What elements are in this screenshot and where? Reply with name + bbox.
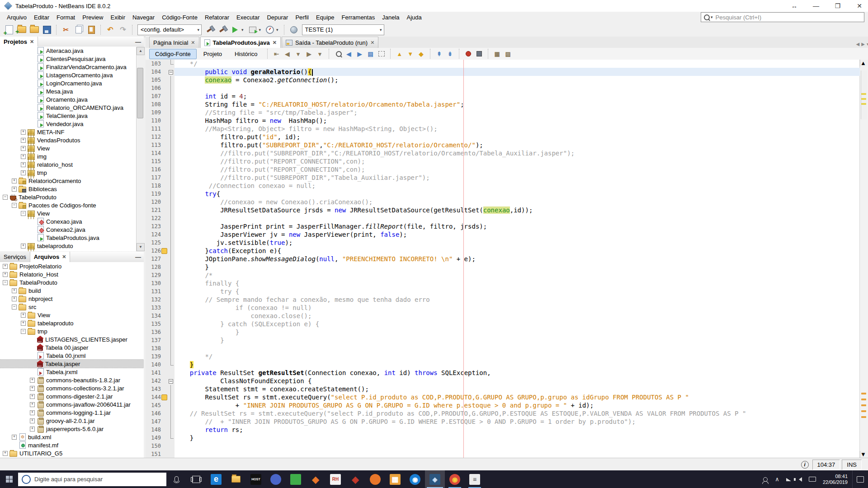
code-line[interactable]: jv.setVisible(true); [175,239,860,247]
code-line[interactable]: //filtro.put("SUBREPORT_DIR","C:/RELATOR… [175,149,860,157]
fold-margin[interactable] [168,336,174,344]
notes-app-icon[interactable]: ≡ [465,470,485,488]
tree-item[interactable]: +View [0,311,144,319]
ruby-app-icon[interactable]: ◆ [345,470,365,488]
gutter-line[interactable]: 131 [146,287,175,296]
tree-expander-icon[interactable]: + [21,313,26,318]
tree-item[interactable]: manifest.mf [0,441,144,449]
green-app-icon[interactable] [286,470,306,488]
tree-expander-icon[interactable]: + [21,146,26,151]
gutter-line[interactable]: 119 [146,190,175,198]
tree-expander-icon[interactable]: + [21,170,26,175]
tree-item[interactable]: −TabelaProduto [0,193,137,201]
tree-item[interactable]: ListagensOrcamento.java [0,71,137,79]
fold-margin[interactable] [168,352,174,361]
tree-item[interactable]: +tabelaproduto [0,242,137,250]
stop-macro-icon[interactable] [474,49,484,58]
gutter-line[interactable]: 125 [146,239,175,247]
start-button[interactable] [0,470,18,488]
redo-icon[interactable]: ↷ [117,24,129,35]
gutter-line[interactable]: 128 [146,263,175,271]
minimize-panel-button[interactable]: — [135,253,141,260]
gutter-line[interactable]: 148 [146,426,175,434]
deploy-icon[interactable] [288,24,300,35]
fold-margin[interactable] [168,117,174,125]
fold-margin[interactable] [168,401,174,409]
gutter-line[interactable]: 145 [146,401,175,409]
scrollbar-thumb[interactable] [137,68,143,118]
tree-item[interactable]: +build [0,286,144,295]
tree-expander-icon[interactable]: − [12,203,17,208]
fold-margin[interactable] [168,125,174,133]
editor-hint-icon[interactable] [161,394,167,400]
gutter-line[interactable]: 141 [146,369,175,377]
tree-item[interactable]: Relatorio_ORCAMENTO.java [0,103,137,112]
tree-item[interactable]: +commons-beanutils-1.8.2.jar [0,376,144,384]
menu-item[interactable]: Executar [233,13,263,22]
fold-margin[interactable] [168,255,174,263]
code-line[interactable]: public void geraRelatorio(){ [175,68,860,76]
tree-expander-icon[interactable]: + [12,296,17,301]
scroll-up-icon[interactable]: ▲ [137,47,145,55]
editor-hint-icon[interactable] [161,248,167,254]
gutter-line[interactable]: 136 [146,328,175,336]
tree-item[interactable]: −TabelaProduto [0,278,144,286]
tree-item[interactable]: Vendedor.java [0,120,137,128]
gutter-line[interactable]: 107 [146,92,175,100]
back-dropdown-icon[interactable]: ▾ [293,49,303,58]
record-macro-icon[interactable] [463,49,473,58]
fold-margin[interactable] [168,174,174,182]
code-line[interactable] [175,84,860,92]
tree-item[interactable]: +tmp [0,169,137,177]
fold-margin[interactable] [168,361,174,369]
code-editor[interactable]: */ public void geraRelatorio(){ conexao … [175,60,860,458]
gutter-line[interactable]: 139 [146,352,175,361]
tree-expander-icon[interactable]: − [3,195,8,200]
next-bookmark-icon[interactable]: ▼ [406,49,415,58]
dropdown-arrow-icon[interactable]: ▾ [241,28,244,32]
gutter-line[interactable]: 106 [146,84,175,92]
gutter-line[interactable]: 104 [146,68,175,76]
close-icon[interactable]: ✕ [30,39,34,45]
view-button[interactable]: Histórico [229,49,264,59]
tree-expander-icon[interactable]: + [12,187,17,192]
tree-item[interactable]: −tmp [0,327,144,335]
code-line[interactable]: JasperPrint print = JasperFillManager.fi… [175,222,860,230]
tree-item[interactable]: +ProjetoRelatorio [0,262,144,270]
gutter-line[interactable]: 114 [146,149,175,157]
find-next-icon[interactable]: ▶ [355,49,365,58]
cut-icon[interactable]: ✂ [60,24,72,35]
tree-expander-icon[interactable]: + [21,130,26,135]
menu-item[interactable]: Ajuda [404,13,425,22]
fold-margin[interactable] [168,320,174,328]
clean-build-icon[interactable] [217,24,228,35]
fold-margin[interactable] [168,157,174,165]
tree-item[interactable]: +build.xml [0,433,144,441]
dropdown-arrow-icon[interactable]: ▾ [259,28,261,32]
fold-margin[interactable] [168,426,174,434]
code-line[interactable]: if (conexao != null) [175,304,860,312]
comment-icon[interactable]: ▦ [492,49,502,58]
fold-margin[interactable] [168,344,174,352]
fold-margin[interactable] [168,279,174,287]
gutter-line[interactable]: 135 [146,320,175,328]
tree-item[interactable]: LoginOrcamento.java [0,79,137,87]
tree-item[interactable]: FinalizarVendaOrcamento.java [0,63,137,71]
code-line[interactable]: finally { [175,279,860,287]
tree-item[interactable]: Conexao2.java [0,225,137,234]
tree-item[interactable]: +jasperreports-5.6.0.jar [0,425,144,433]
tree-item[interactable]: Orcamento.java [0,95,137,103]
fold-margin[interactable] [168,442,174,450]
tree-expander-icon[interactable]: + [12,288,17,293]
code-line[interactable]: conexao.close(); [175,312,860,320]
code-line[interactable]: } [175,336,860,344]
minimize-panel-button[interactable]: — [135,38,141,45]
code-line[interactable]: // Sempre mando fechar a conexão, mesmo … [175,296,860,304]
code-line[interactable]: HashMap filtro = new HashMap(); [175,117,860,125]
dropdown-arrow-icon[interactable]: ▾ [197,28,199,32]
code-line[interactable]: String file = "C:/RELATORIO_HOST/relator… [175,100,860,108]
media-app-icon[interactable]: ◉ [405,470,425,488]
code-line[interactable]: private ResultSet getResultSet(Connectio… [175,369,860,377]
code-line[interactable] [175,442,860,450]
network-icon[interactable] [783,470,795,488]
